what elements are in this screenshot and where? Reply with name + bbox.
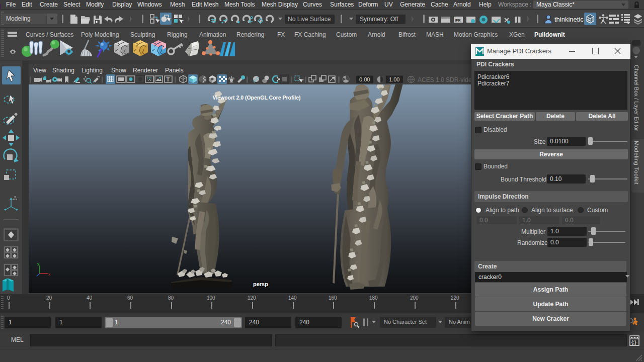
svg-text:IPR: IPR bbox=[455, 19, 461, 22]
svg-text:1.00: 1.00 bbox=[389, 76, 399, 82]
svg-text:x: x bbox=[48, 272, 50, 277]
svg-text:y: y bbox=[37, 261, 39, 266]
svg-text:{;}: {;} bbox=[631, 340, 636, 345]
svg-text:0.00: 0.00 bbox=[359, 76, 370, 82]
svg-text:T: T bbox=[167, 76, 170, 82]
